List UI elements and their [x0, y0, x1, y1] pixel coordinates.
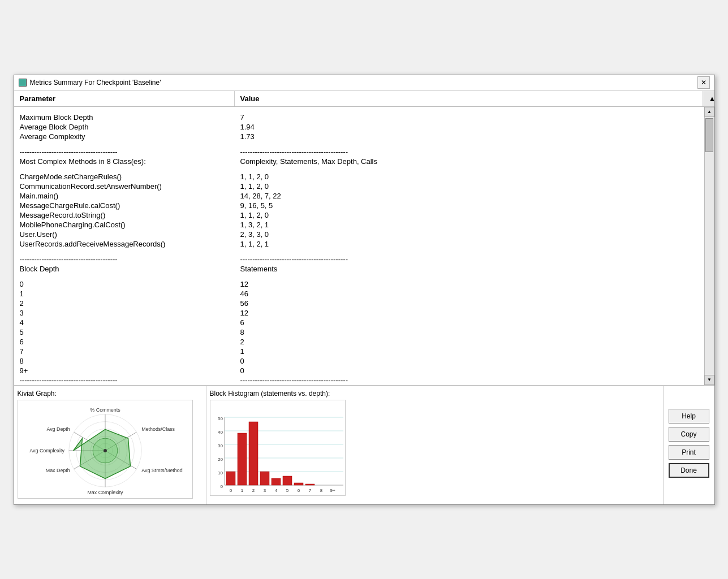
svg-text:4: 4 — [274, 488, 277, 493]
table-row: 9+ 0 — [14, 366, 704, 375]
table-header: Parameter Value ▲ — [14, 91, 714, 107]
app-icon — [19, 79, 27, 87]
method-values: 1, 1, 2, 0 — [235, 210, 704, 220]
table-row: MobilePhoneCharging.CalCost() 1, 3, 2, 1 — [14, 220, 704, 230]
separator-row-1: ----------------------------------------… — [14, 147, 704, 157]
depth-val: 7 — [14, 347, 235, 356]
sep2-right: ----------------------------------------… — [235, 254, 704, 264]
col2-header: Value — [235, 91, 703, 106]
close-button[interactable]: ✕ — [697, 76, 710, 89]
col1-header: Parameter — [14, 91, 235, 106]
buttons-section: Help Copy Print Done — [664, 386, 714, 504]
svg-text:7: 7 — [308, 488, 311, 493]
stmts-val: 1 — [235, 347, 704, 356]
depth-val: 2 — [14, 299, 235, 308]
svg-rect-40 — [283, 476, 292, 485]
svg-text:20: 20 — [218, 457, 223, 462]
section1-header: Most Complex Methods in 8 Class(es): Com… — [14, 157, 704, 166]
svg-text:6: 6 — [297, 488, 300, 493]
table-row: User.User() 2, 3, 3, 0 — [14, 230, 704, 239]
stmts-val: 12 — [235, 279, 704, 289]
stmts-val: 46 — [235, 289, 704, 299]
histogram-label: Block Histogram (statements vs. depth): — [210, 390, 660, 397]
method-name: CommunicationRecord.setAnswerNumber() — [14, 182, 235, 191]
section2-param: Block Depth — [14, 264, 235, 274]
stmts-val: 0 — [235, 366, 704, 375]
main-content: Parameter Value ▲ Maximum Block Depth 7 — [14, 91, 714, 386]
title-bar: Metrics Summary For Checkpoint 'Baseline… — [14, 75, 714, 91]
scroll-top-arrow[interactable]: ▲ — [703, 91, 714, 106]
scrollbar[interactable]: ▲ ▼ — [704, 107, 714, 385]
table-row: 1 46 — [14, 289, 704, 299]
table-row: 7 1 — [14, 347, 704, 356]
param-max-block-depth: Maximum Block Depth — [14, 113, 235, 122]
svg-rect-41 — [294, 483, 303, 485]
method-name: MessageRecord.toString() — [14, 210, 235, 220]
svg-point-14 — [104, 449, 107, 452]
window-title: Metrics Summary For Checkpoint 'Baseline… — [30, 79, 161, 87]
stmts-val: 0 — [235, 356, 704, 366]
param-avg-complexity: Average Complexity — [14, 132, 235, 141]
print-button[interactable]: Print — [669, 445, 709, 460]
scrollbar-thumb[interactable] — [705, 118, 713, 152]
method-name: UserRecords.addReceiveMessageRecords() — [14, 239, 235, 249]
method-name: User.User() — [14, 230, 235, 239]
bottom-panel: Kiviat Graph: — [14, 386, 714, 504]
method-values: 1, 1, 2, 0 — [235, 172, 704, 182]
depth-val: 9+ — [14, 366, 235, 375]
table-row: Average Block Depth 1.94 — [14, 122, 704, 132]
svg-text:Avg Complexity: Avg Complexity — [29, 447, 64, 453]
table-row: Maximum Block Depth 7 — [14, 113, 704, 122]
depth-val: 1 — [14, 289, 235, 299]
histogram-section: Block Histogram (statements vs. depth): … — [206, 386, 664, 504]
scroll-content[interactable]: Maximum Block Depth 7 Average Block Dept… — [14, 107, 704, 385]
svg-text:9+: 9+ — [330, 488, 335, 493]
kiviat-section: Kiviat Graph: — [14, 386, 206, 504]
stmts-val: 56 — [235, 299, 704, 308]
kiviat-container: % Comments Methods/Class Avg Stmts/Metho… — [18, 400, 193, 499]
depth-val: 3 — [14, 308, 235, 318]
svg-text:1: 1 — [240, 488, 243, 493]
svg-text:% Comments: % Comments — [90, 407, 120, 412]
stmts-val: 8 — [235, 327, 704, 337]
svg-text:Avg Depth: Avg Depth — [46, 426, 70, 432]
svg-text:Max Complexity: Max Complexity — [87, 490, 123, 495]
svg-text:50: 50 — [218, 416, 223, 421]
sep1-left: ---------------------------------------- — [14, 147, 235, 157]
histogram-container: 0 10 20 30 40 50 — [210, 400, 346, 496]
svg-rect-36 — [238, 433, 247, 485]
scroll-up-arrow[interactable]: ▲ — [704, 107, 714, 117]
svg-text:Methods/Class: Methods/Class — [141, 426, 175, 432]
svg-text:8: 8 — [320, 488, 322, 493]
histogram-chart: 0 10 20 30 40 50 — [210, 400, 346, 496]
table-row: MessageRecord.toString() 1, 1, 2, 0 — [14, 210, 704, 220]
table-row: 0 12 — [14, 279, 704, 289]
depth-val: 5 — [14, 327, 235, 337]
copy-button[interactable]: Copy — [669, 427, 709, 442]
sep2-left: ---------------------------------------- — [14, 254, 235, 264]
sep1-right: ----------------------------------------… — [235, 147, 704, 157]
section1-value: Complexity, Statements, Max Depth, Calls — [235, 157, 704, 166]
help-button[interactable]: Help — [669, 409, 709, 424]
section2-header: Block Depth Statements — [14, 264, 704, 274]
depth-val: 8 — [14, 356, 235, 366]
method-values: 2, 3, 3, 0 — [235, 230, 704, 239]
kiviat-chart: % Comments Methods/Class Avg Stmts/Metho… — [18, 400, 192, 498]
method-values: 9, 16, 5, 5 — [235, 201, 704, 210]
table-row: 5 8 — [14, 327, 704, 337]
svg-text:30: 30 — [218, 443, 223, 448]
depth-val: 0 — [14, 279, 235, 289]
table-row: 8 0 — [14, 356, 704, 366]
scroll-down-arrow[interactable]: ▼ — [704, 375, 714, 385]
done-button[interactable]: Done — [669, 463, 709, 478]
method-values: 1, 1, 2, 1 — [235, 239, 704, 249]
svg-rect-37 — [249, 422, 258, 485]
scroll-area: Parameter Value ▲ Maximum Block Depth 7 — [14, 91, 714, 386]
separator-row-3: ----------------------------------------… — [14, 375, 704, 385]
sep3-right: ----------------------------------------… — [235, 375, 704, 385]
method-name: MobilePhoneCharging.CalCost() — [14, 220, 235, 230]
scrollbar-track[interactable] — [705, 117, 713, 375]
method-name: Main.main() — [14, 191, 235, 201]
method-values: 14, 28, 7, 22 — [235, 191, 704, 201]
val-avg-complexity: 1.73 — [235, 132, 704, 141]
